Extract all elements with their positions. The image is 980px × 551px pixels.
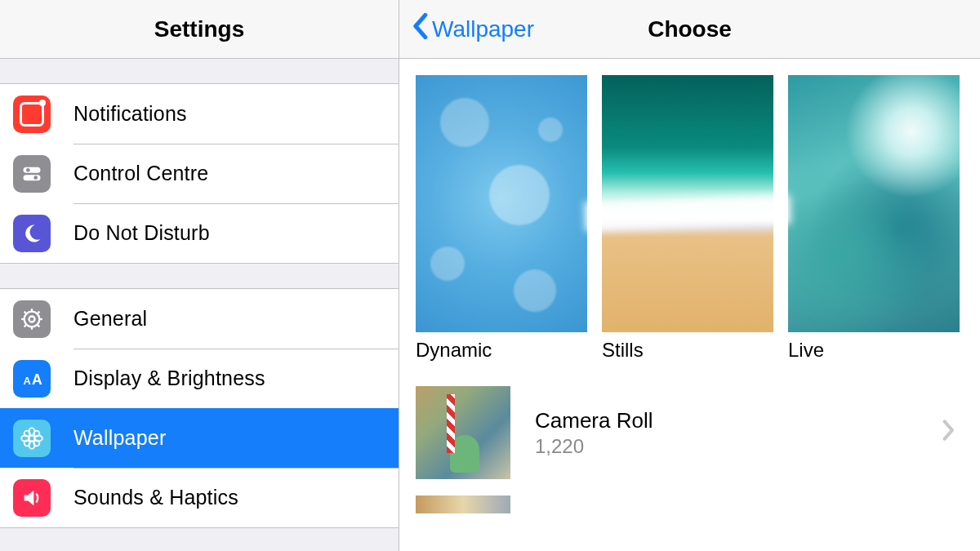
svg-point-5 [29, 316, 35, 322]
notifications-icon [13, 96, 51, 133]
album-thumbnail [416, 386, 510, 479]
speaker-icon [13, 479, 51, 517]
sidebar-item-control-centre[interactable]: Control Centre [0, 144, 399, 203]
gear-icon [13, 300, 51, 338]
settings-app: Settings Notifications Control Centre Do… [0, 0, 980, 551]
sidebar-title: Settings [0, 0, 399, 59]
category-label: Stills [602, 339, 773, 362]
album-peek [416, 495, 510, 513]
sidebar-item-label: Control Centre [74, 162, 208, 185]
svg-point-3 [33, 176, 38, 180]
chevron-left-icon [411, 12, 432, 46]
detail-content: Dynamic Stills Live Camera Roll 1,220 [399, 59, 980, 530]
dynamic-thumbnail [416, 75, 587, 332]
sidebar-group-1: Notifications Control Centre Do Not Dist… [0, 83, 399, 264]
chevron-right-icon [942, 419, 956, 447]
svg-line-10 [24, 311, 26, 313]
sidebar-item-label: Sounds & Haptics [74, 486, 238, 509]
svg-line-13 [38, 311, 39, 313]
sidebar-item-wallpaper[interactable]: Wallpaper [0, 408, 399, 468]
control-centre-icon [13, 155, 51, 193]
wallpaper-categories: Dynamic Stills Live [416, 75, 964, 362]
sidebar-item-label: Display & Brightness [74, 367, 265, 390]
category-dynamic[interactable]: Dynamic [416, 75, 587, 362]
flower-icon [13, 420, 51, 457]
text-size-icon: AA [13, 360, 51, 398]
sidebar-item-label: Do Not Disturb [74, 221, 210, 245]
sidebar-group-2: General AA Display & Brightness Wallpape… [0, 288, 399, 528]
category-live[interactable]: Live [788, 75, 960, 362]
stills-thumbnail [602, 75, 773, 332]
detail-navbar: Wallpaper Choose [399, 0, 980, 59]
svg-rect-0 [24, 167, 41, 172]
detail-pane: Wallpaper Choose Dynamic Stills Live [399, 0, 980, 551]
sidebar-item-label: Wallpaper [74, 426, 166, 450]
sidebar-item-label: Notifications [74, 102, 187, 126]
sidebar-item-notifications[interactable]: Notifications [0, 84, 399, 144]
svg-point-4 [24, 311, 40, 327]
svg-point-16 [29, 435, 35, 441]
sidebar-item-display-brightness[interactable]: AA Display & Brightness [0, 349, 399, 408]
album-title: Camera Roll [535, 408, 942, 433]
live-thumbnail [788, 75, 960, 332]
svg-line-12 [24, 325, 26, 327]
detail-title: Choose [648, 16, 732, 42]
back-button[interactable]: Wallpaper [411, 12, 534, 46]
back-label: Wallpaper [432, 16, 534, 42]
sidebar-item-sounds-haptics[interactable]: Sounds & Haptics [0, 468, 399, 527]
album-text: Camera Roll 1,220 [535, 408, 942, 458]
sidebar-item-label: General [74, 307, 147, 331]
sidebar-item-general[interactable]: General [0, 289, 399, 349]
moon-icon [13, 215, 51, 252]
category-label: Live [788, 339, 960, 362]
svg-rect-2 [24, 175, 41, 180]
album-camera-roll[interactable]: Camera Roll 1,220 [416, 383, 964, 482]
svg-line-11 [38, 325, 39, 327]
svg-text:A: A [32, 371, 42, 388]
svg-point-1 [26, 168, 30, 172]
svg-text:A: A [24, 375, 31, 387]
settings-sidebar: Settings Notifications Control Centre Do… [0, 0, 399, 551]
sidebar-item-do-not-disturb[interactable]: Do Not Disturb [0, 203, 399, 263]
category-stills[interactable]: Stills [602, 75, 773, 362]
album-count: 1,220 [535, 435, 942, 458]
category-label: Dynamic [416, 339, 587, 362]
